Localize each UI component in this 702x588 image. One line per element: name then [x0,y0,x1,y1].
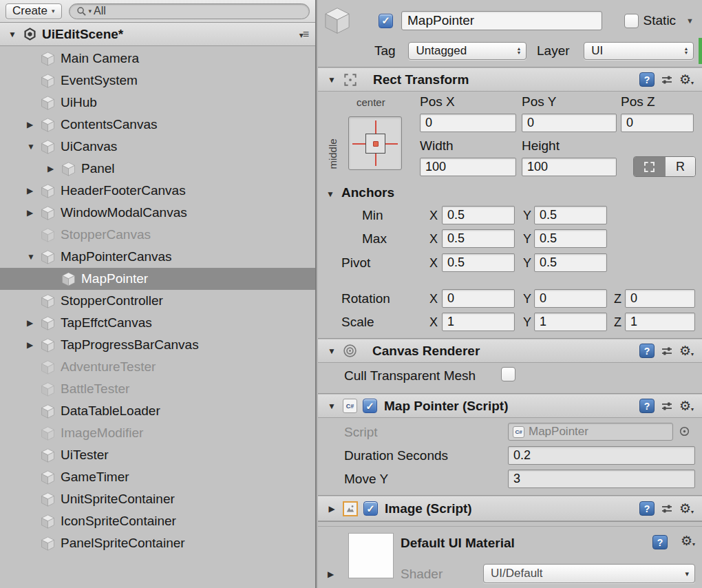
hierarchy-item-battletester[interactable]: BattleTester [0,378,315,400]
hierarchy-item-panelspritecontainer[interactable]: PanelSpriteContainer [0,532,315,554]
width-field[interactable]: 100 [420,158,516,176]
foldout-closed-icon[interactable]: ▶ [25,340,40,350]
foldout-closed-icon[interactable]: ▶ [328,569,334,579]
rotation-z-field[interactable]: 0 [625,289,695,308]
gameobject-icon[interactable] [322,6,352,36]
script-enabled-checkbox[interactable]: ✓ [363,399,377,413]
anchors-max-x-field[interactable]: 0.5 [442,229,515,248]
script-object-field[interactable]: C# MapPointer [508,423,673,441]
object-picker-icon[interactable] [679,426,690,437]
presets-icon[interactable] [660,73,674,87]
hierarchy-item-windowmodalcanvas[interactable]: ▶ WindowModalCanvas [0,202,315,224]
anchors-min-label: Min [362,208,383,223]
x-axis-label: X [429,315,438,330]
cull-transparent-mesh-checkbox[interactable]: ✓ [501,367,515,381]
gear-icon[interactable]: ⚙▾ [679,502,694,515]
scene-header[interactable]: ▼ UiEditScene* ▾≡ [0,23,315,46]
foldout-closed-icon[interactable]: ▶ [326,504,337,514]
presets-icon[interactable] [660,502,674,516]
foldout-open-icon[interactable]: ▼ [326,401,337,411]
scale-z-field[interactable]: 1 [625,313,695,331]
foldout-closed-icon[interactable]: ▶ [45,164,61,174]
active-checkbox[interactable]: ✓ [379,14,393,28]
hierarchy-item-iconspritecontainer[interactable]: IconSpriteContainer [0,510,315,532]
help-icon[interactable]: ? [652,535,668,549]
hierarchy-item-main-camera[interactable]: Main Camera [0,48,315,70]
material-preview[interactable] [348,533,394,578]
hierarchy-item-contentscanvas[interactable]: ▶ ContentsCanvas [0,114,315,136]
search-filter-dropdown-icon[interactable]: ▾ [89,8,92,14]
height-field[interactable]: 100 [522,158,617,176]
static-dropdown-icon[interactable]: ▼ [686,17,694,25]
hierarchy-item-eventsystem[interactable]: EventSystem [0,70,315,92]
pos-z-field[interactable]: 0 [621,114,694,132]
tag-dropdown[interactable]: Untagged ▲▼ [408,42,526,60]
raw-edit-mode-button[interactable]: R [665,157,695,176]
anchor-preset-widget[interactable] [348,116,402,170]
pivot-y-field[interactable]: 0.5 [534,253,607,272]
gameobject-name-field[interactable]: MapPointer [401,11,602,30]
pivot-x-field[interactable]: 0.5 [442,253,515,272]
hierarchy-item-uitester[interactable]: UiTester [0,444,315,466]
foldout-open-icon[interactable]: ▼ [326,75,337,85]
duration-seconds-field[interactable]: 0.2 [508,446,695,465]
image-enabled-checkbox[interactable]: ✓ [363,501,378,516]
hierarchy-item-gametimer[interactable]: GameTimer [0,466,315,488]
hierarchy-item-panel[interactable]: ▶ Panel [0,158,315,180]
search-input[interactable]: ▾ All [69,3,310,19]
hierarchy-item-uicanvas[interactable]: ▼ UiCanvas [0,136,315,158]
hierarchy-item-tapeffctcanvas[interactable]: ▶ TapEffctCanvas [0,312,315,334]
foldout-open-icon[interactable]: ▼ [326,346,337,356]
rotation-y-field[interactable]: 0 [534,289,607,308]
presets-icon[interactable] [660,344,674,358]
help-icon[interactable]: ? [639,399,655,413]
hierarchy-item-mappointercanvas[interactable]: ▼ MapPointerCanvas [0,246,315,268]
hierarchy-item-imagemodifier[interactable]: ImageModifier [0,422,315,444]
pane-menu-icon[interactable]: ▾≡ [299,28,308,41]
hierarchy-item-mappointer[interactable]: MapPointer [0,268,315,290]
foldout-closed-icon[interactable]: ▶ [25,208,40,218]
foldout-open-icon[interactable]: ▼ [326,189,334,199]
create-button[interactable]: Create ▾ [6,3,62,19]
foldout-closed-icon[interactable]: ▶ [25,318,40,328]
gear-icon[interactable]: ⚙▾ [679,73,694,86]
hierarchy-item-stoppercontroller[interactable]: StopperController [0,290,315,312]
gear-icon[interactable]: ⚙▾ [679,399,694,412]
canvas-renderer-header[interactable]: ▼ Canvas Renderer ? ⚙▾ [318,339,702,363]
gear-icon[interactable]: ⚙▾ [679,344,694,357]
hierarchy-item-tapprogressbarcanvas[interactable]: ▶ TapProgressBarCanvas [0,334,315,356]
static-checkbox[interactable]: ✓ [624,14,639,28]
hierarchy-item-headerfootercanvas[interactable]: ▶ HeaderFooterCanvas [0,180,315,202]
hierarchy-item-stoppercanvas[interactable]: StopperCanvas [0,224,315,246]
anchors-max-y-field[interactable]: 0.5 [534,229,607,248]
foldout-open-icon[interactable]: ▼ [25,142,40,151]
gameobject-cube-icon [40,293,56,309]
layer-dropdown[interactable]: UI ▲▼ [584,42,694,60]
rotation-x-field[interactable]: 0 [442,289,515,308]
help-icon[interactable]: ? [639,501,655,516]
anchors-min-x-field[interactable]: 0.5 [442,206,515,224]
presets-icon[interactable] [660,399,674,413]
anchors-min-y-field[interactable]: 0.5 [534,206,607,224]
hierarchy-item-unitspritecontainer[interactable]: UnitSpriteContainer [0,488,315,510]
image-script-header[interactable]: ▶ ✓ Image (Script) ? ⚙▾ [318,496,702,521]
pos-y-field[interactable]: 0 [522,114,617,132]
pos-x-field[interactable]: 0 [420,114,516,132]
foldout-open-icon[interactable]: ▼ [7,30,18,39]
blueprint-mode-button[interactable] [634,157,665,176]
hierarchy-item-adventuretester[interactable]: AdventureTester [0,356,315,378]
foldout-open-icon[interactable]: ▼ [25,252,40,262]
move-y-field[interactable]: 3 [508,470,695,488]
scale-y-field[interactable]: 1 [534,313,607,331]
foldout-closed-icon[interactable]: ▶ [25,186,40,196]
shader-dropdown[interactable]: UI/Default ▾ [483,564,695,583]
help-icon[interactable]: ? [639,344,655,358]
scale-x-field[interactable]: 1 [442,313,515,331]
gear-icon[interactable]: ⚙▾ [681,534,695,547]
hierarchy-item-uihub[interactable]: UiHub [0,92,315,114]
hierarchy-item-datatableloader[interactable]: DataTableLoader [0,400,315,422]
foldout-closed-icon[interactable]: ▶ [25,120,40,129]
rect-transform-header[interactable]: ▼ Rect Transform ? ⚙▾ [318,67,702,92]
help-icon[interactable]: ? [639,72,655,87]
map-pointer-script-header[interactable]: ▼ C# ✓ Map Pointer (Script) ? ⚙▾ [318,394,702,418]
